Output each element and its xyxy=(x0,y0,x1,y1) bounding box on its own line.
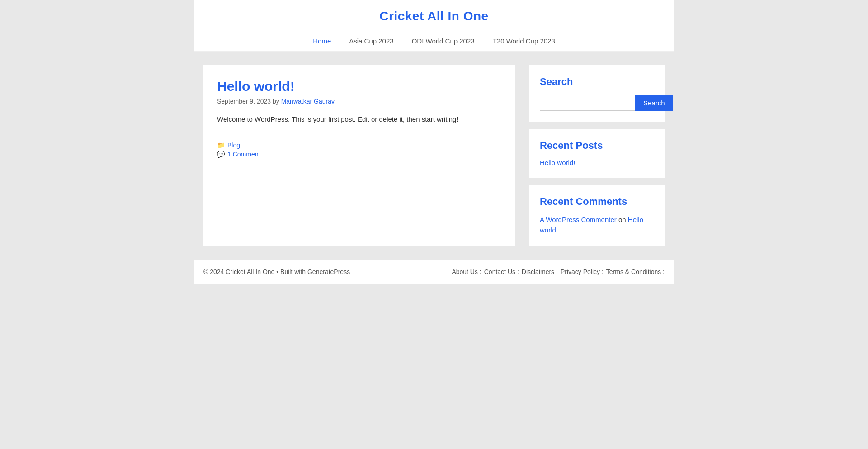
search-input[interactable] xyxy=(540,95,635,111)
recent-post-link[interactable]: Hello world! xyxy=(540,159,575,166)
comment-icon: 💬 xyxy=(217,151,225,158)
post-article: Hello world! September 9, 2023 by Manwat… xyxy=(217,79,502,158)
recent-comments-widget: Recent Comments A WordPress Commenter on… xyxy=(529,185,665,246)
post-content: Welcome to WordPress. This is your first… xyxy=(217,114,502,125)
nav-item-home[interactable]: Home xyxy=(313,37,331,45)
recent-posts-list: Hello world! xyxy=(540,159,654,167)
post-by: by xyxy=(273,98,279,105)
footer-copyright: © 2024 Cricket All In One • Built with G… xyxy=(203,268,350,275)
site-title: Cricket All In One xyxy=(203,9,665,24)
post-date: September 9, 2023 xyxy=(217,98,271,105)
footer-link-about[interactable]: About Us : xyxy=(452,268,481,275)
nav-item-odi-world-cup[interactable]: ODI World Cup 2023 xyxy=(412,37,475,45)
site-nav: Home Asia Cup 2023 ODI World Cup 2023 T2… xyxy=(203,31,665,51)
site-footer: © 2024 Cricket All In One • Built with G… xyxy=(194,260,674,284)
recent-comments-title: Recent Comments xyxy=(540,196,654,208)
search-button[interactable]: Search xyxy=(635,95,673,111)
commenter-link[interactable]: A WordPress Commenter xyxy=(540,216,617,223)
main-content: Hello world! September 9, 2023 by Manwat… xyxy=(203,65,515,246)
footer-link-contact[interactable]: Contact Us : xyxy=(484,268,519,275)
nav-item-asia-cup[interactable]: Asia Cup 2023 xyxy=(349,37,393,45)
folder-icon: 📁 xyxy=(217,142,225,149)
search-form: Search xyxy=(540,95,654,111)
post-footer: 📁 Blog 💬 1 Comment xyxy=(217,136,502,158)
comment-on-text: on xyxy=(618,216,626,223)
footer-link-privacy[interactable]: Privacy Policy : xyxy=(561,268,604,275)
recent-comments-list: A WordPress Commenter on Hello world! xyxy=(540,215,654,235)
post-comments-row: 💬 1 Comment xyxy=(217,151,502,158)
search-widget: Search Search xyxy=(529,65,665,122)
post-category-link[interactable]: Blog xyxy=(227,142,240,149)
sidebar: Search Search Recent Posts Hello world! xyxy=(529,65,665,246)
recent-comment-item: A WordPress Commenter on Hello world! xyxy=(540,215,654,235)
recent-post-item: Hello world! xyxy=(540,159,654,167)
footer-link-disclaimers[interactable]: Disclaimers : xyxy=(522,268,558,275)
post-comment-link[interactable]: 1 Comment xyxy=(227,151,260,158)
content-area: Hello world! September 9, 2023 by Manwat… xyxy=(194,52,674,260)
search-widget-title: Search xyxy=(540,76,654,88)
post-category-row: 📁 Blog xyxy=(217,142,502,149)
recent-posts-title: Recent Posts xyxy=(540,140,654,151)
post-meta: September 9, 2023 by Manwatkar Gaurav xyxy=(217,98,502,105)
recent-posts-widget: Recent Posts Hello world! xyxy=(529,129,665,178)
post-author[interactable]: Manwatkar Gaurav xyxy=(281,98,335,105)
footer-links: About Us : Contact Us : Disclaimers : Pr… xyxy=(452,268,665,275)
nav-item-t20-world-cup[interactable]: T20 World Cup 2023 xyxy=(493,37,555,45)
post-title: Hello world! xyxy=(217,79,502,94)
footer-link-terms[interactable]: Terms & Conditions : xyxy=(606,268,665,275)
site-header: Cricket All In One Home Asia Cup 2023 OD… xyxy=(194,0,674,52)
